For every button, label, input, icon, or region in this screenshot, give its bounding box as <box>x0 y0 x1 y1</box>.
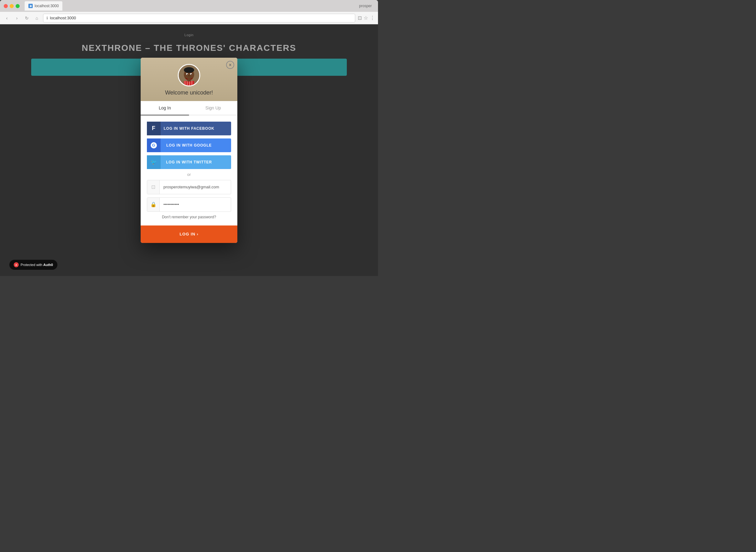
modal-overlay: × <box>0 24 378 276</box>
tab-title: localhost:3000 <box>35 4 59 8</box>
browser-tab[interactable]: ◈ localhost:3000 <box>25 1 62 11</box>
back-button[interactable]: ‹ <box>3 14 11 22</box>
lock-icon: 🔒 <box>147 198 160 212</box>
avatar-image <box>179 65 199 86</box>
maximize-window-button[interactable] <box>16 4 20 8</box>
email-field[interactable] <box>160 180 231 194</box>
or-divider: or <box>147 172 231 177</box>
svg-point-2 <box>184 67 194 73</box>
twitter-login-button[interactable]: 🐦 LOG IN WITH TWITTER <box>147 155 231 169</box>
svg-point-6 <box>191 74 192 75</box>
avatar <box>178 64 200 87</box>
page-content: Login NEXTHRONE – THE THRONES' CHARACTER… <box>0 24 378 276</box>
svg-rect-11 <box>189 81 190 86</box>
modal-body: f LOG IN WITH FACEBOOK G LOG IN WITH GOO… <box>141 115 237 226</box>
modal-tabs: Log In Sign Up <box>141 101 237 115</box>
title-bar: ◈ localhost:3000 prosper <box>0 0 378 12</box>
address-actions: ⊡ ☆ ⋮ <box>358 15 375 21</box>
svg-rect-9 <box>184 81 185 86</box>
refresh-button[interactable]: ↻ <box>23 14 30 22</box>
tab-login[interactable]: Log In <box>141 101 189 115</box>
svg-point-5 <box>187 74 188 75</box>
svg-rect-13 <box>187 79 191 81</box>
bookmark-icon[interactable]: ☆ <box>364 15 368 21</box>
password-field[interactable] <box>160 198 231 212</box>
login-modal: × <box>141 58 237 243</box>
menu-icon[interactable]: ⋮ <box>370 15 375 21</box>
email-icon: ⊡ <box>147 180 160 194</box>
google-login-button[interactable]: G LOG IN WITH GOOGLE <box>147 138 231 152</box>
secure-icon: ℹ <box>46 16 48 20</box>
svg-rect-10 <box>187 81 188 86</box>
modal-footer: LOG IN › <box>141 226 237 243</box>
google-icon: G <box>147 138 161 152</box>
email-input-group: ⊡ <box>147 180 231 194</box>
svg-point-7 <box>188 75 190 76</box>
facebook-login-button[interactable]: f LOG IN WITH FACEBOOK <box>147 122 231 135</box>
cast-icon[interactable]: ⊡ <box>358 15 362 21</box>
browser-window: ◈ localhost:3000 prosper ‹ › ↻ ⌂ ℹ local… <box>0 0 378 276</box>
facebook-login-label: LOG IN WITH FACEBOOK <box>161 126 231 131</box>
minimize-window-button[interactable] <box>10 4 14 8</box>
twitter-icon: 🐦 <box>147 155 161 169</box>
svg-rect-12 <box>191 81 192 86</box>
welcome-text: Welcome unicoder! <box>165 90 213 96</box>
address-bar[interactable]: ℹ localhost:3000 <box>43 14 355 22</box>
home-button[interactable]: ⌂ <box>33 14 40 22</box>
modal-header: × <box>141 58 237 101</box>
login-submit-button[interactable]: LOG IN › <box>141 226 237 243</box>
tab-icon: ◈ <box>28 4 33 8</box>
close-window-button[interactable] <box>4 4 8 8</box>
twitter-login-label: LOG IN WITH TWITTER <box>161 160 231 164</box>
forward-button[interactable]: › <box>13 14 21 22</box>
facebook-icon: f <box>147 122 161 135</box>
forgot-password-link[interactable]: Don't remember your password? <box>147 215 231 219</box>
user-label: prosper <box>359 4 374 8</box>
tab-signup[interactable]: Sign Up <box>189 101 237 115</box>
address-bar-row: ‹ › ↻ ⌂ ℹ localhost:3000 ⊡ ☆ ⋮ <box>0 12 378 24</box>
url-text: localhost:3000 <box>50 16 76 20</box>
traffic-lights <box>4 4 20 8</box>
google-login-label: LOG IN WITH GOOGLE <box>161 143 231 147</box>
password-input-group: 🔒 <box>147 197 231 212</box>
close-modal-button[interactable]: × <box>226 61 234 69</box>
